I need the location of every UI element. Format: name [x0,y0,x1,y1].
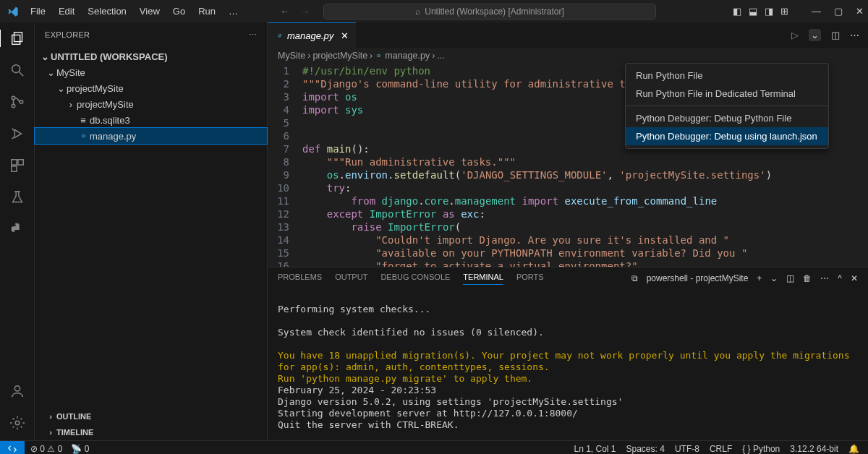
explorer-view-icon[interactable] [0,30,34,47]
breadcrumb-item[interactable]: projectMySite [312,51,367,61]
panel-more-icon[interactable]: ⋯ [820,273,829,283]
minimize-icon[interactable]: — [812,6,821,17]
run-dropdown: Run Python FileRun Python File in Dedica… [625,63,829,149]
menu-view[interactable]: View [134,3,166,20]
svg-rect-1 [12,35,20,44]
explorer-title: EXPLORER [45,30,90,39]
menu-go[interactable]: Go [167,3,191,20]
folder-mysite[interactable]: ⌄MySite [35,64,267,80]
svg-line-3 [19,72,23,77]
menu-run[interactable]: Run [192,3,221,20]
extensions-view-icon[interactable] [9,157,26,174]
status-spaces[interactable]: Spaces: 4 [626,444,665,454]
menu-edit[interactable]: Edit [53,3,80,20]
svg-point-12 [15,421,20,425]
file-db-sqlite3[interactable]: ≡db.sqlite3 [35,112,267,128]
layout-custom-icon[interactable]: ⊞ [780,6,788,17]
run-chevron-icon[interactable]: ⌄ [809,29,821,41]
folder-projectmysite-outer[interactable]: ⌄projectMySite [35,80,267,96]
file-manage-py[interactable]: ⚬manage.py [35,128,267,144]
panel-tab-terminal[interactable]: TERMINAL [463,273,503,285]
run-option[interactable]: Run Python File [626,67,828,85]
python-file-icon: ⚬ [375,51,383,61]
breadcrumb-item[interactable]: manage.py [385,51,430,61]
search-icon: ⌕ [415,7,420,17]
menu-file[interactable]: File [25,3,51,20]
editor-group: ⚬ manage.py ✕ ▷ ⌄ ◫ ⋯ MySite›projectMySi… [268,22,868,440]
svg-point-11 [14,386,20,391]
activity-bar [0,22,35,440]
editor-more-icon[interactable]: ⋯ [850,30,859,40]
panel-tab-ports[interactable]: PORTS [516,273,544,284]
accounts-icon[interactable] [9,382,26,400]
svg-point-4 [12,96,15,100]
workspace-root[interactable]: ⌄UNTITLED (WORKSPACE) [35,48,267,64]
split-editor-icon[interactable]: ◫ [831,30,840,40]
search-view-icon[interactable] [9,61,26,79]
status-cursor[interactable]: Ln 1, Col 1 [574,444,616,454]
run-option[interactable]: Run Python File in Dedicated Terminal [626,85,828,103]
panel-tab-debug-console[interactable]: DEBUG CONSOLE [380,273,450,284]
svg-rect-9 [17,160,22,165]
run-play-icon[interactable]: ▷ [791,30,799,40]
panel-close-icon[interactable]: ✕ [851,273,858,283]
breadcrumb-item[interactable]: MySite [278,51,305,61]
layout-right-icon[interactable]: ◨ [765,6,773,17]
kill-terminal-icon[interactable]: 🗑 [803,273,812,283]
tab-bar: ⚬ manage.py ✕ ▷ ⌄ ◫ ⋯ [268,22,868,48]
new-terminal-icon[interactable]: + [757,273,762,283]
panel-tabs: PROBLEMSOUTPUTDEBUG CONSOLETERMINALPORTS… [268,267,868,289]
breadcrumb-item[interactable]: ... [437,51,444,61]
menu-…[interactable]: … [223,3,244,20]
vscode-logo [7,6,19,17]
terminal-chevron-icon[interactable]: ⌄ [770,273,778,283]
remote-indicator[interactable] [0,441,25,454]
status-bar: ⊘ 0 ⚠ 0 📡 0 Ln 1, Col 1 Spaces: 4 UTF-8 … [0,440,868,454]
svg-rect-0 [14,33,22,42]
menu-selection[interactable]: Selection [82,3,132,20]
terminal-shell-label[interactable]: powershell - projectMySite [647,273,749,283]
status-ports[interactable]: 📡 0 [71,444,89,454]
forward-icon[interactable]: → [301,6,310,17]
testing-view-icon[interactable] [9,189,26,206]
panel-tab-problems[interactable]: PROBLEMS [278,273,322,284]
command-center[interactable]: ⌕ Untitled (Workspace) [Administrator] [323,4,656,20]
status-interpreter[interactable]: 3.12.2 64-bit [790,444,838,454]
debug-view-icon[interactable] [9,125,26,142]
close-tab-icon[interactable]: ✕ [341,30,349,41]
svg-point-2 [12,65,20,73]
panel-tab-output[interactable]: OUTPUT [335,273,367,284]
svg-point-5 [12,104,15,108]
breadcrumb[interactable]: MySite›projectMySite›⚬ manage.py›... [268,48,868,64]
layout-bottom-icon[interactable]: ⬓ [749,6,757,17]
maximize-icon[interactable]: ▢ [834,6,843,17]
back-icon[interactable]: ← [280,6,289,17]
panel-maximize-icon[interactable]: ^ [838,273,842,283]
nav-arrows: ← → [280,6,310,17]
outline-section[interactable]: ›OUTLINE [35,408,267,424]
split-terminal-icon[interactable]: ◫ [786,273,794,283]
terminal-output[interactable]: Performing system checks... System check… [268,289,868,440]
minimap[interactable] [825,64,868,267]
tab-manage-py[interactable]: ⚬ manage.py ✕ [268,22,356,48]
status-language[interactable]: { } Python [742,444,780,454]
run-option[interactable]: Python Debugger: Debug Python File [626,109,828,127]
explorer-more-icon[interactable]: ⋯ [249,30,257,40]
file-tree: ⌄UNTITLED (WORKSPACE) ⌄MySite ⌄projectMy… [35,47,267,408]
menubar: FileEditSelectionViewGoRun… [25,3,244,20]
layout-controls: ◧ ⬓ ◨ ⊞ [733,6,788,17]
status-errors[interactable]: ⊘ 0 ⚠ 0 [30,444,62,454]
titlebar: FileEditSelectionViewGoRun… ← → ⌕ Untitl… [0,0,868,22]
settings-gear-icon[interactable] [9,414,26,432]
status-bell-icon[interactable]: 🔔 [848,444,859,454]
close-window-icon[interactable]: ✕ [856,6,864,17]
python-env-icon[interactable] [9,220,26,238]
svg-marker-7 [14,130,21,138]
status-eol[interactable]: CRLF [710,444,732,454]
layout-left-icon[interactable]: ◧ [733,6,741,17]
folder-projectmysite-inner[interactable]: ›projectMySite [35,96,267,112]
scm-view-icon[interactable] [9,93,26,111]
status-encoding[interactable]: UTF-8 [675,444,699,454]
timeline-section[interactable]: ›TIMELINE [35,424,267,440]
run-option[interactable]: Python Debugger: Debug using launch.json [626,127,828,145]
